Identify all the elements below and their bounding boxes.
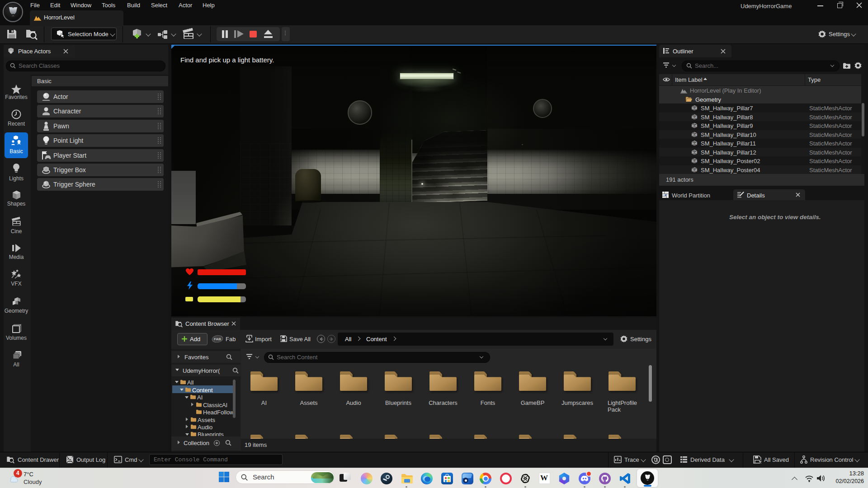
svg-text:FAB: FAB bbox=[214, 337, 221, 341]
